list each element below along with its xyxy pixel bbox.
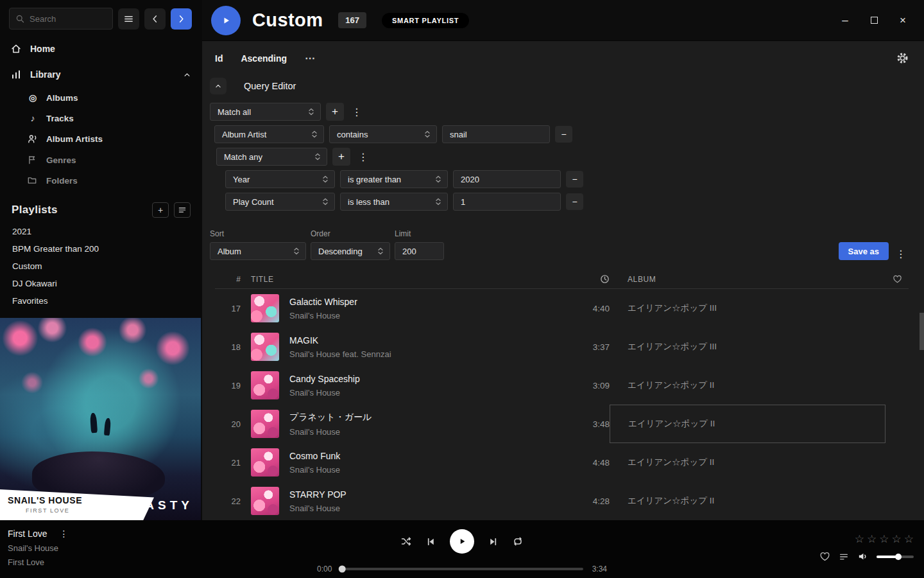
sort-field-button[interactable]: Id: [215, 53, 223, 64]
sidebar-item-genres[interactable]: Genres: [0, 150, 202, 170]
rule-field-select[interactable]: Year: [225, 170, 335, 188]
favorite-button[interactable]: [819, 551, 830, 562]
favorite-column-icon[interactable]: [893, 274, 902, 284]
track-album[interactable]: エイリアン☆ポップ II: [610, 443, 886, 482]
search-box[interactable]: [9, 8, 113, 30]
seek-handle[interactable]: [339, 566, 346, 573]
sidebar-item-library[interactable]: Library: [0, 62, 202, 87]
save-as-button[interactable]: Save as: [839, 242, 889, 260]
now-playing-menu-button[interactable]: ⋮: [56, 529, 71, 539]
group-match-mode-select[interactable]: Match any: [216, 148, 327, 166]
volume-slider[interactable]: [877, 556, 914, 558]
now-playing-cover-art[interactable]: SNAIL'S HOUSE FIRST LOVE TASTY: [0, 318, 201, 520]
rating-stars[interactable]: ☆☆☆☆☆: [855, 532, 914, 546]
shuffle-icon: [400, 536, 412, 547]
rule-field-select[interactable]: Album Artist: [214, 125, 324, 143]
sidebar-item-tracks[interactable]: ♪ Tracks: [0, 108, 202, 128]
order-select[interactable]: Descending: [311, 242, 390, 260]
track-album[interactable]: エイリアン☆ポップ III: [610, 289, 886, 328]
shuffle-button[interactable]: [400, 536, 412, 547]
remove-rule-button[interactable]: −: [555, 126, 572, 143]
search-input[interactable]: [30, 14, 107, 24]
column-index[interactable]: #: [215, 275, 241, 284]
rule-value-input[interactable]: [453, 193, 561, 211]
settings-button[interactable]: [896, 52, 909, 64]
scrollbar-thumb[interactable]: [920, 313, 924, 350]
select-arrows-icon: [293, 247, 300, 256]
playlist-item[interactable]: Favorites: [0, 292, 202, 310]
sidebar-item-album-artists[interactable]: Album Artists: [0, 128, 202, 150]
track-album[interactable]: エイリアン☆ポップ III: [610, 328, 886, 366]
column-album[interactable]: ALBUM: [610, 275, 886, 284]
table-row[interactable]: 18 MAGIK Snail's House feat. Sennzai 3:3…: [215, 328, 909, 366]
rule-group-menu-button[interactable]: ⋮: [349, 106, 364, 118]
sidebar-item-folders[interactable]: Folders: [0, 170, 202, 191]
select-arrows-icon: [377, 247, 384, 256]
minimize-button[interactable]: –: [839, 15, 851, 26]
next-track-button[interactable]: [488, 536, 499, 547]
seek-bar[interactable]: [341, 568, 583, 570]
rule-value-input[interactable]: [442, 125, 550, 143]
star-icon[interactable]: ☆: [867, 532, 877, 546]
add-playlist-button[interactable]: +: [152, 202, 169, 218]
volume-handle[interactable]: [895, 554, 902, 560]
sort-direction-button[interactable]: Ascending: [241, 53, 287, 64]
player-right-controls: [819, 551, 914, 562]
sidebar-item-home[interactable]: Home: [0, 36, 202, 62]
sidebar-item-albums[interactable]: ◎ Albums: [0, 87, 202, 108]
remove-rule-button[interactable]: −: [566, 171, 583, 188]
rule-value-input[interactable]: [453, 170, 561, 188]
queue-button[interactable]: [839, 552, 849, 562]
add-rule-button[interactable]: +: [332, 148, 350, 166]
table-row[interactable]: 20 プラネット・ガール Snail's House 3:48 エイリアン☆ポッ…: [215, 405, 909, 443]
menu-button[interactable]: [118, 8, 139, 30]
rule-group-menu-button[interactable]: ⋮: [355, 151, 371, 163]
star-icon[interactable]: ☆: [879, 532, 889, 546]
track-number: 19: [215, 381, 241, 390]
playlist-item[interactable]: 2021: [0, 223, 202, 240]
playlist-item[interactable]: DJ Okawari: [0, 275, 202, 292]
previous-track-button[interactable]: [425, 536, 436, 547]
collapse-query-editor-button[interactable]: [210, 78, 227, 94]
table-row[interactable]: 22 STARRY POP Snail's House 4:28 エイリアン☆ポ…: [215, 482, 909, 520]
playlist-item[interactable]: BPM Greater than 200: [0, 240, 202, 258]
track-album[interactable]: エイリアン☆ポップ II: [610, 405, 886, 443]
sidebar: Home Library ◎ Albums ♪ Tracks: [0, 0, 202, 520]
rule-field-select[interactable]: Play Count: [225, 193, 335, 211]
sort-select[interactable]: Album: [210, 242, 306, 260]
add-rule-button[interactable]: +: [326, 103, 344, 121]
star-icon[interactable]: ☆: [904, 532, 914, 546]
track-number: 17: [215, 304, 241, 313]
rule-operator-select[interactable]: is less than: [340, 193, 448, 211]
nav-back-button[interactable]: [144, 8, 166, 30]
column-title[interactable]: TITLE: [241, 275, 558, 284]
rule-operator-select[interactable]: is greater than: [340, 170, 448, 188]
table-row[interactable]: 19 Candy Spaceship Snail's House 3:09 エイ…: [215, 366, 909, 405]
more-options-button[interactable]: ⋯: [305, 52, 316, 64]
table-row[interactable]: 17 Galactic Whisper Snail's House 4:40 エ…: [215, 289, 909, 328]
match-mode-select[interactable]: Match all: [210, 103, 321, 121]
play-pause-button[interactable]: [450, 529, 474, 554]
play-playlist-button[interactable]: [211, 6, 241, 35]
table-row[interactable]: 21 Cosmo Funk Snail's House 4:48 エイリアン☆ポ…: [215, 443, 909, 482]
star-icon[interactable]: ☆: [892, 532, 902, 546]
limit-input[interactable]: [395, 242, 444, 260]
album-art-thumbnail: [251, 487, 279, 515]
playlist-item[interactable]: Custom: [0, 258, 202, 275]
close-button[interactable]: ×: [897, 15, 909, 26]
rule-operator-select[interactable]: contains: [329, 125, 437, 143]
chevron-up-icon[interactable]: [182, 70, 192, 80]
track-album[interactable]: エイリアン☆ポップ II: [610, 482, 886, 520]
playlist-options-button[interactable]: [174, 202, 191, 218]
volume-button[interactable]: [857, 551, 868, 562]
query-menu-button[interactable]: ⋮: [893, 248, 909, 260]
remove-rule-button[interactable]: −: [566, 193, 583, 210]
plus-icon: +: [332, 105, 338, 118]
star-icon[interactable]: ☆: [855, 532, 864, 546]
duration-column-icon[interactable]: [600, 274, 610, 284]
nav-forward-button[interactable]: [171, 8, 192, 30]
repeat-button[interactable]: [512, 536, 524, 547]
table-header: # TITLE ALBUM: [215, 270, 909, 289]
maximize-button[interactable]: [868, 15, 880, 26]
track-album[interactable]: エイリアン☆ポップ II: [610, 366, 886, 405]
